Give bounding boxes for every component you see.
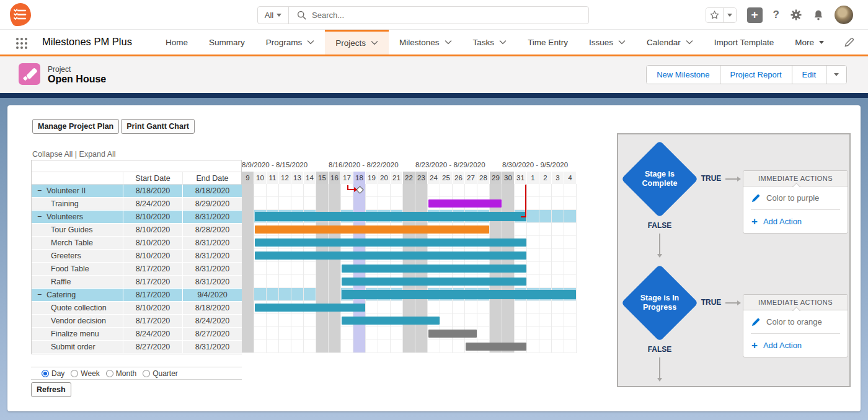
gantt-bar-submit-order[interactable] xyxy=(466,343,526,351)
radio-month[interactable]: Month xyxy=(106,369,136,378)
gantt-bar-quote-collection[interactable] xyxy=(255,304,365,312)
true-connector-arrow xyxy=(725,302,738,304)
day-header-31: 31 xyxy=(515,172,527,184)
add-action-button[interactable]: +Add Action xyxy=(743,334,848,357)
tab-label: Time Entry xyxy=(528,38,568,47)
row-start-date: 8/17/2020 xyxy=(123,289,183,302)
tab-home[interactable]: Home xyxy=(155,30,198,55)
tab-time-entry[interactable]: Time Entry xyxy=(517,30,578,55)
row-start-date: 8/17/2020 xyxy=(123,263,183,276)
gantt-bar-vendor-decision[interactable] xyxy=(342,317,440,325)
gantt-bar-food-table[interactable] xyxy=(342,265,526,273)
day-header-30: 30 xyxy=(502,172,515,184)
day-column-1 xyxy=(527,184,539,352)
search-scope-button[interactable]: All xyxy=(258,7,289,24)
caret-down-icon xyxy=(277,14,281,17)
day-column-13 xyxy=(291,184,304,352)
edit-button[interactable]: Edit xyxy=(792,66,826,84)
tab-label: Projects xyxy=(335,38,366,48)
table-row-training: Training8/24/20208/29/2020 xyxy=(32,198,241,211)
row-end-date: 8/28/2020 xyxy=(183,224,242,237)
tab-projects[interactable]: Projects xyxy=(325,30,389,55)
tab-issues[interactable]: Issues xyxy=(578,30,636,55)
row-name: Food Table xyxy=(51,265,89,273)
day-header-22: 22 xyxy=(403,172,415,184)
tab-label: Import Template xyxy=(714,38,774,47)
gantt-bar-volunteers[interactable] xyxy=(255,212,526,221)
radio-day[interactable]: Day xyxy=(42,369,64,378)
name-column-header xyxy=(32,172,123,184)
tab-label: Summary xyxy=(209,38,245,47)
app-logo-icon xyxy=(10,3,32,27)
false-label: FALSE xyxy=(635,221,684,230)
favorites-dropdown-button[interactable] xyxy=(723,8,736,22)
row-end-date: 8/24/2020 xyxy=(183,315,242,328)
collapse-all-link[interactable]: Collapse All xyxy=(32,150,73,159)
week-header-row: 8/9/2020 - 8/15/20208/16/2020 - 8/22/202… xyxy=(242,160,577,172)
table-header-row: Start Date End Date xyxy=(32,172,241,185)
edit-nav-pencil-icon[interactable] xyxy=(844,37,854,47)
row-end-date: 8/31/2020 xyxy=(183,341,242,354)
tab-import-template[interactable]: Import Template xyxy=(704,30,785,55)
user-avatar[interactable] xyxy=(835,6,853,24)
gantt-bar-greeters[interactable] xyxy=(255,252,526,260)
global-add-button[interactable]: + xyxy=(747,7,763,23)
table-row-volunteer-ii: −Volunteer II8/18/20208/18/2020 xyxy=(32,185,241,198)
flow-decision-stage-is-in-progress[interactable]: Stage is In Progress xyxy=(621,265,698,341)
radio-icon xyxy=(143,370,150,377)
radio-quarter[interactable]: Quarter xyxy=(143,369,178,378)
record-type-label: Project xyxy=(48,65,71,74)
false-connector-arrow xyxy=(659,357,660,378)
timescale-radio-group: DayWeekMonthQuarter xyxy=(31,367,242,380)
tab-summary[interactable]: Summary xyxy=(198,30,255,55)
record-actions-dropdown-button[interactable] xyxy=(826,66,846,84)
gantt-bar-tour-guides[interactable] xyxy=(255,225,489,234)
row-name: Tour Guides xyxy=(51,225,92,234)
flow-decision-stage-is-complete[interactable]: Stage is Complete xyxy=(621,141,698,217)
favorites-star-button[interactable] xyxy=(706,8,723,22)
gantt-bar-catering[interactable] xyxy=(342,290,576,299)
help-icon[interactable]: ? xyxy=(773,9,779,21)
day-header-28: 28 xyxy=(477,172,490,184)
tree-links: Collapse All | Expand All xyxy=(32,150,116,159)
gantt-bar-raffle[interactable] xyxy=(342,278,526,286)
collapse-toggle[interactable]: − xyxy=(37,212,46,221)
row-end-date: 8/27/2020 xyxy=(183,328,242,341)
day-header-10: 10 xyxy=(254,172,267,184)
tab-calendar[interactable]: Calendar xyxy=(636,30,704,55)
radio-week[interactable]: Week xyxy=(71,369,99,378)
search-input[interactable] xyxy=(312,11,588,20)
table-row-vendor-decision: Vendor decision8/17/20208/24/2020 xyxy=(32,315,241,328)
row-end-date: 8/18/2020 xyxy=(183,302,242,315)
row-name: Vendor decision xyxy=(51,317,106,325)
collapse-toggle[interactable]: − xyxy=(37,186,46,195)
week-label: 8/30/2020 - 9/5/2020 xyxy=(502,161,577,168)
project-report-button[interactable]: Project Report xyxy=(720,66,792,84)
day-header-9: 9 xyxy=(242,172,254,184)
gantt-bar-finalize-menu[interactable] xyxy=(428,330,477,338)
refresh-button[interactable]: Refresh xyxy=(31,382,71,397)
expand-all-link[interactable]: Expand All xyxy=(79,150,116,159)
row-start-date: 8/10/2020 xyxy=(123,250,183,263)
add-action-button[interactable]: +Add Action xyxy=(743,210,848,233)
link-separator: | xyxy=(75,150,77,159)
tab-label: Calendar xyxy=(647,38,681,47)
app-launcher-icon[interactable] xyxy=(16,38,19,40)
gantt-bar-training[interactable] xyxy=(428,199,502,208)
new-milestone-button[interactable]: New Milestone xyxy=(647,66,719,84)
tab-more[interactable]: More xyxy=(784,30,835,55)
manage-project-plan-button[interactable]: Manage Project Plan xyxy=(32,119,119,134)
tab-milestones[interactable]: Milestones xyxy=(389,30,463,55)
tab-tasks[interactable]: Tasks xyxy=(463,30,518,55)
setup-gear-icon[interactable] xyxy=(790,9,802,21)
gantt-bar-merch-table[interactable] xyxy=(255,238,526,247)
caret-down-icon xyxy=(819,41,824,44)
notifications-bell-icon[interactable] xyxy=(813,9,824,21)
collapse-toggle[interactable]: − xyxy=(37,291,46,299)
day-header-13: 13 xyxy=(291,172,304,184)
print-gantt-chart-button[interactable]: Print Gantt Chart xyxy=(121,119,195,134)
search-scope-label: All xyxy=(265,11,273,20)
true-label: TRUE xyxy=(698,298,725,307)
tab-programs[interactable]: Programs xyxy=(255,30,326,55)
day-header-4: 4 xyxy=(564,172,577,184)
